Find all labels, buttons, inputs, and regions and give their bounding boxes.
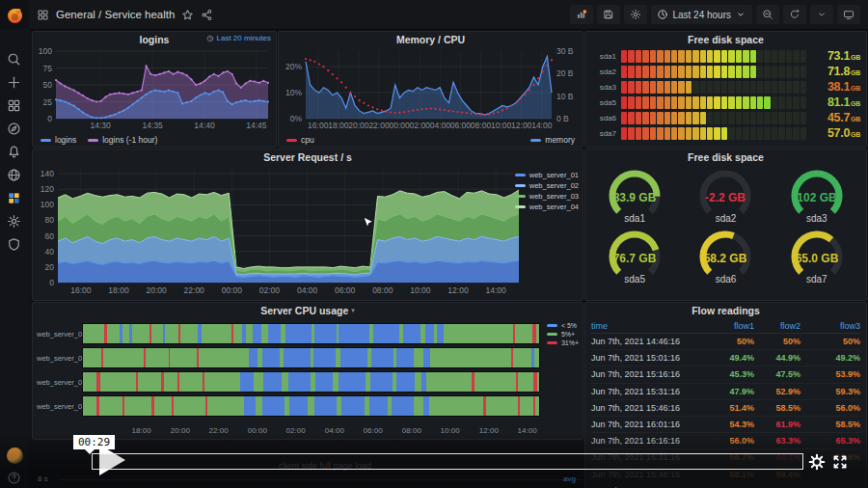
dashboard-settings-button[interactable] (624, 5, 647, 24)
svg-text:08:00: 08:00 (372, 285, 393, 295)
fullscreen-icon[interactable] (831, 453, 849, 471)
shield-icon[interactable] (7, 237, 22, 253)
axis-tick: 22:00 (209, 426, 229, 435)
axis-tick: 12:00 (479, 426, 499, 435)
svg-text:-2.2 GB: -2.2 GB (705, 191, 746, 204)
cycle-view-mode-button[interactable] (837, 5, 860, 24)
svg-text:58.2 GB: 58.2 GB (704, 252, 747, 265)
legend-item[interactable]: web_server_04 (515, 203, 579, 211)
col-flow1[interactable]: flow1 (708, 321, 754, 331)
user-avatar[interactable] (7, 447, 23, 464)
legend-item[interactable]: 5%+ (547, 331, 579, 338)
player-settings-icon[interactable] (808, 453, 826, 471)
table-row: Jun 7th, 2021 15:46:1651.4%58.5%56.0% (591, 400, 860, 417)
memory-cpu-chart: 0%10%20%0 B10 B20 B30 B16:0018:0020:0022… (281, 47, 581, 131)
svg-text:00:00: 00:00 (389, 121, 410, 130)
disk-gauge: -2.2 GBsda2 (680, 167, 771, 224)
svg-text:40: 40 (45, 247, 55, 257)
svg-text:20: 20 (45, 262, 55, 272)
svg-text:0: 0 (47, 114, 52, 123)
timeline-row: web_server_03 (37, 372, 583, 392)
legend-item[interactable]: logins (-1 hour) (88, 135, 157, 145)
svg-text:0: 0 (49, 278, 54, 287)
apps-grid-icon[interactable] (37, 9, 49, 21)
player-timestamp: 00:29 (73, 435, 115, 449)
help-icon[interactable] (7, 471, 22, 486)
panel-title[interactable]: Free disk space (688, 151, 764, 163)
top-navigation: General / Service health Last 24 hours (29, 0, 868, 30)
sidebar-bottom (0, 447, 29, 486)
col-flow3[interactable]: flow3 (800, 321, 860, 331)
time-range-picker[interactable]: Last 24 hours (651, 5, 752, 24)
svg-text:14:35: 14:35 (142, 121, 163, 130)
breadcrumb[interactable]: General / Service health (56, 9, 175, 20)
disk-bar-row: sda271.8GB (591, 65, 860, 78)
col-flow2[interactable]: flow2 (754, 321, 800, 331)
share-icon[interactable] (201, 9, 213, 21)
panel-free-disk-space-bars: Free disk space sda173.1GBsda271.8GBsda3… (584, 31, 867, 148)
legend-item[interactable]: memory (530, 135, 575, 145)
dashboards-icon[interactable] (7, 98, 22, 114)
svg-text:04:00: 04:00 (297, 285, 318, 295)
svg-text:60: 60 (45, 231, 55, 241)
player-progress-bar[interactable] (92, 453, 803, 470)
zoom-out-button[interactable] (756, 5, 779, 24)
svg-text:100: 100 (39, 47, 52, 56)
svg-text:20:00: 20:00 (146, 285, 167, 295)
sidebar-menu (0, 52, 29, 253)
panel-title[interactable]: Memory / CPU (396, 34, 465, 45)
axis-tick: 14:00 (518, 426, 537, 435)
panel-title[interactable]: Flow readings (692, 305, 760, 316)
svg-text:120: 120 (41, 184, 54, 194)
svg-text:83.9 GB: 83.9 GB (613, 191, 657, 204)
panel-server-requests: Server Request / s 02040608010012014016:… (32, 149, 583, 301)
svg-text:02:00: 02:00 (410, 121, 431, 130)
legend-item[interactable]: web_server_03 (515, 192, 579, 201)
legend-item[interactable]: logins (41, 135, 76, 145)
legend-item[interactable]: cpu (286, 135, 314, 145)
legend-item[interactable]: web_server_01 (515, 171, 579, 179)
legend-item[interactable]: 31%+ (547, 339, 579, 346)
axis-tick: 06:00 (364, 426, 383, 435)
svg-text:25: 25 (43, 97, 53, 107)
axis-tick: 00:00 (248, 426, 267, 435)
legend-item[interactable]: web_server_02 (515, 181, 579, 190)
disk-gauge: 58.2 GBsda6 (680, 228, 771, 285)
refresh-interval-caret[interactable] (810, 5, 833, 24)
save-dashboard-button[interactable] (597, 5, 620, 24)
svg-text:76.7 GB: 76.7 GB (613, 252, 657, 265)
panel-title[interactable]: logins (140, 34, 170, 45)
panel-title[interactable]: Server CPU usage (260, 305, 348, 316)
svg-text:0%: 0% (290, 114, 303, 123)
panel-title[interactable]: Free disk space (688, 34, 764, 45)
svg-text:10:00: 10:00 (491, 121, 512, 130)
table-row: Jun 7th, 2021 15:31:1647.9%52.9%59.3% (591, 384, 860, 400)
panel-time-override[interactable]: Last 20 minutes (206, 34, 271, 42)
legend-item[interactable]: < 5% (547, 322, 579, 329)
sidebar (0, 0, 29, 488)
panel-menu-caret-icon[interactable]: ▾ (351, 307, 355, 314)
col-time[interactable]: time (591, 321, 708, 331)
svg-text:20:00: 20:00 (348, 121, 369, 130)
panel-title[interactable]: Server Request / s (263, 151, 352, 163)
plugin-icon[interactable] (7, 191, 22, 206)
alerting-icon[interactable] (7, 145, 22, 160)
globe-icon[interactable] (7, 168, 22, 183)
add-panel-button[interactable] (570, 5, 593, 24)
explore-icon[interactable] (7, 122, 22, 137)
grafana-logo[interactable] (0, 0, 29, 29)
svg-text:80: 80 (45, 215, 55, 225)
server-requests-legend: web_server_01web_server_02web_server_03w… (515, 171, 579, 211)
server-requests-chart: 02040608010012014016:0018:0020:0022:0000… (35, 165, 581, 298)
svg-text:08:00: 08:00 (471, 121, 492, 130)
settings-icon[interactable] (7, 214, 22, 230)
refresh-button[interactable] (783, 5, 806, 24)
plus-icon[interactable] (7, 75, 22, 91)
grafana-dashboard: General / Service health Last 24 hours (0, 0, 868, 488)
svg-text:65.0 GB: 65.0 GB (795, 252, 838, 265)
svg-text:14:40: 14:40 (194, 121, 215, 130)
star-icon[interactable] (181, 9, 194, 21)
search-icon[interactable] (7, 52, 22, 68)
svg-text:14:00: 14:00 (531, 121, 553, 130)
cpu-usage-timeline: web_server_01web_server_02web_server_03w… (37, 324, 583, 420)
